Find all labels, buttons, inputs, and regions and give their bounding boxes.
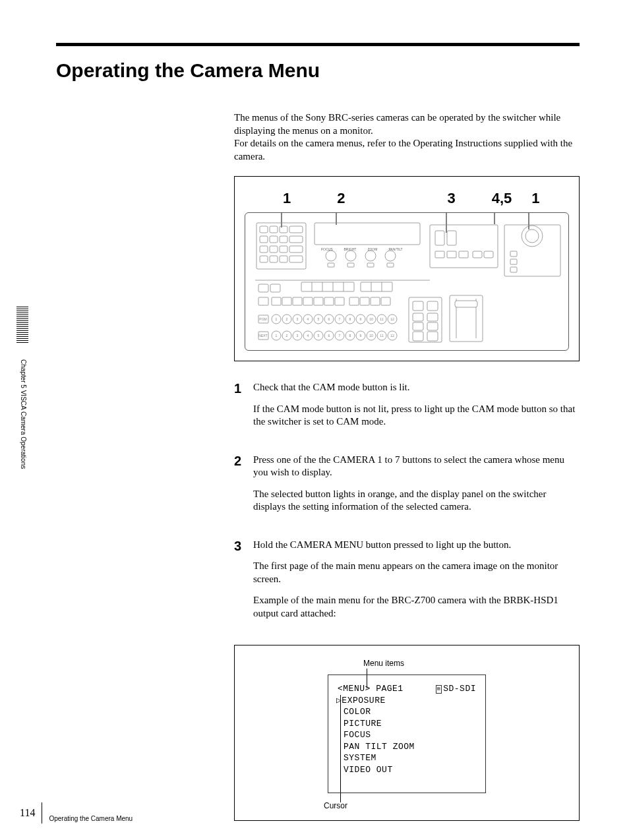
menu-item: SYSTEM (344, 753, 376, 763)
svg-text:2: 2 (286, 334, 288, 338)
svg-text:1: 1 (276, 317, 278, 321)
step-1-text-a: Check that the CAM mode button is lit. (253, 381, 576, 394)
step-3-text-b: The first page of the main menu appears … (253, 560, 576, 585)
svg-text:7: 7 (339, 334, 341, 338)
menu-header-right: SD-SDI (443, 684, 476, 694)
svg-rect-22 (314, 223, 420, 245)
svg-rect-19 (270, 256, 278, 262)
svg-rect-13 (289, 236, 303, 243)
step-3-text-c: Example of the main menu for the BRC-Z70… (253, 594, 576, 620)
svg-point-40 (522, 225, 543, 247)
svg-point-23 (326, 251, 336, 261)
svg-text:2: 2 (286, 317, 288, 321)
svg-rect-43 (510, 259, 517, 264)
svg-rect-34 (435, 251, 444, 258)
svg-rect-31 (430, 225, 498, 268)
svg-rect-30 (387, 263, 394, 267)
svg-rect-26 (347, 263, 354, 267)
svg-text:6: 6 (328, 317, 330, 321)
svg-point-29 (385, 251, 396, 261)
svg-text:3: 3 (297, 334, 299, 338)
svg-rect-64 (349, 297, 359, 305)
footer-section-title: Operating the Camera Menu (49, 815, 133, 822)
cursor-callout-label: Cursor (324, 801, 569, 810)
svg-rect-6 (260, 226, 268, 233)
svg-rect-18 (260, 256, 268, 262)
svg-rect-11 (270, 236, 278, 243)
svg-text:4: 4 (307, 317, 309, 321)
svg-rect-37 (473, 251, 482, 258)
svg-rect-42 (510, 251, 517, 256)
svg-text:11: 11 (380, 317, 384, 321)
camera-menu-screen: <MENU> PAGE1 ⊞SD-SDI ▷EXPOSURE COLOR PIC… (328, 675, 486, 793)
svg-rect-39 (504, 225, 560, 276)
svg-text:11: 11 (380, 334, 384, 338)
svg-rect-48 (301, 282, 354, 291)
svg-rect-14 (260, 246, 268, 253)
svg-rect-98 (427, 313, 438, 321)
step-number: 3 (234, 539, 251, 554)
svg-rect-101 (413, 332, 423, 341)
svg-text:8: 8 (349, 334, 351, 338)
page-number: 114 (20, 807, 35, 819)
svg-text:10: 10 (369, 317, 373, 321)
top-rule (56, 43, 580, 46)
svg-rect-8 (280, 226, 287, 233)
svg-text:10: 10 (369, 334, 373, 338)
svg-rect-60 (303, 297, 313, 305)
footer-divider (42, 802, 42, 824)
sidebar-chapter-label: Chapter 5 VISCA Camera Operations (20, 359, 27, 469)
menu-example-figure: Menu items <MENU> PAGE1 ⊞SD-SDI ▷EXPOSUR… (234, 645, 580, 821)
svg-text:12: 12 (390, 317, 394, 321)
svg-rect-44 (510, 267, 517, 272)
svg-rect-21 (289, 256, 303, 262)
switcher-panel-diagram: FOCUS BRIGHT ZOOM PAN/TILT (245, 212, 569, 351)
svg-rect-33 (447, 231, 456, 245)
menu-item: FOCUS (344, 730, 371, 740)
svg-rect-20 (280, 256, 287, 262)
svg-rect-9 (289, 226, 303, 233)
svg-text:12: 12 (390, 334, 394, 338)
intro-paragraph-1: The menus of the Sony BRC-series cameras… (234, 111, 580, 137)
svg-rect-53 (361, 282, 392, 291)
step-3-text-a: Hold the CAMERA MENU button pressed to l… (253, 539, 576, 552)
svg-rect-67 (381, 297, 390, 305)
callout-2: 2 (337, 190, 345, 207)
svg-rect-35 (447, 251, 456, 258)
svg-rect-58 (282, 297, 291, 305)
svg-rect-59 (293, 297, 302, 305)
svg-rect-12 (280, 236, 287, 243)
callout-4-5: 4,5 (492, 190, 512, 207)
menu-header-left: <MENU> (338, 684, 371, 694)
svg-rect-7 (270, 226, 278, 233)
svg-rect-100 (427, 322, 438, 330)
callout-3: 3 (448, 190, 456, 207)
svg-rect-63 (335, 297, 344, 305)
menu-item: VIDEO OUT (344, 765, 393, 775)
svg-text:PGM: PGM (259, 317, 266, 321)
card-slot-icon: ⊞ (436, 685, 442, 694)
svg-rect-57 (272, 297, 281, 305)
svg-rect-99 (413, 322, 423, 330)
svg-rect-46 (258, 284, 268, 292)
svg-rect-38 (484, 251, 493, 258)
svg-rect-36 (459, 251, 468, 258)
svg-point-25 (345, 251, 356, 261)
step-number: 2 (234, 454, 251, 469)
step-number: 1 (234, 381, 251, 396)
page-title: Operating the Camera Menu (56, 59, 580, 82)
page-footer: 114 Operating the Camera Menu (20, 802, 133, 824)
intro-paragraph-2: For details on the camera menus, refer t… (234, 137, 580, 163)
svg-text:NEXT: NEXT (258, 334, 267, 338)
svg-text:9: 9 (360, 334, 362, 338)
menu-items-callout-label: Menu items (363, 659, 569, 668)
svg-rect-94 (409, 297, 442, 342)
menu-header-mid: PAGE1 (376, 684, 404, 694)
binding-hash-decoration (16, 307, 28, 343)
svg-rect-62 (324, 297, 334, 305)
svg-rect-56 (258, 297, 268, 305)
svg-rect-10 (260, 236, 268, 243)
menu-item: EXPOSURE (342, 696, 385, 705)
svg-rect-106 (455, 301, 477, 307)
step-1-text-b: If the CAM mode button is not lit, press… (253, 403, 576, 429)
